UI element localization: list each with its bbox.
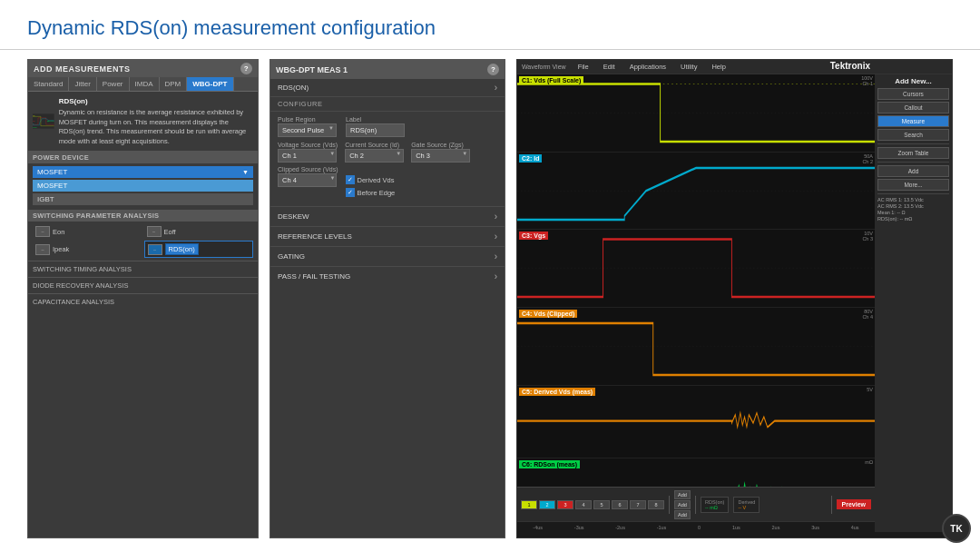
add-btn-3[interactable]: Add	[674, 510, 691, 519]
ch6-btn[interactable]: 6	[612, 500, 628, 509]
meas-header: WBG-DPT MEAS 1 ?	[270, 60, 505, 79]
power-device-label: POWER DEVICE	[28, 152, 258, 163]
tab-wbg-dpt[interactable]: WBG-DPT	[187, 77, 233, 91]
time-mark-3: -2us	[615, 525, 625, 530]
eon-icon: ~	[35, 226, 50, 237]
switching-timing-item[interactable]: SWITCHING TIMING ANALYSIS	[28, 261, 258, 277]
more-btn[interactable]: More...	[877, 179, 949, 191]
eoff-icon: ~	[147, 226, 162, 237]
ch2-label: C2: Id	[519, 154, 542, 163]
info-title: RDS(on)	[59, 96, 253, 106]
middle-panel: WBG-DPT MEAS 1 ? RDS(ON) › CONFIGURE Pul…	[270, 59, 505, 538]
run-stop-btn[interactable]: Preview	[837, 499, 871, 509]
label-field-label: Label	[346, 116, 405, 123]
rdson-chevron: ›	[495, 83, 497, 93]
capacitance-item[interactable]: CAPACITANCE ANALYSIS	[28, 293, 258, 310]
pass-fail-chevron: ›	[495, 271, 497, 281]
tab-imda[interactable]: IMDA	[130, 77, 160, 91]
time-mark-9: 4us	[851, 525, 859, 530]
channel-buttons: 1 2 3 4 5 6 7 8	[521, 500, 664, 509]
add-buttons: Add Add Add	[674, 490, 691, 519]
ch2-scale: 50ACh 2	[862, 153, 873, 164]
voltage-source-group: Voltage Source (Vds) Ch 1Ch 2Ch 3	[278, 142, 338, 163]
tab-standard[interactable]: Standard	[28, 77, 69, 91]
time-mark-7: 2us	[772, 525, 780, 530]
device-mosfet-2[interactable]: MOSFET	[33, 180, 253, 192]
rdson-label: RDS(on)	[165, 243, 199, 255]
before-edge-checkbox[interactable]: ✓	[346, 188, 355, 197]
svg-text:RDS(on): RDS(on)	[33, 127, 37, 128]
osc-menubar: Waveform View File Edit Applications Uti…	[517, 60, 952, 74]
sep-2	[695, 496, 696, 514]
meas-val-4: RDS(on): -- mΩ	[877, 216, 949, 222]
ch4-btn[interactable]: 4	[575, 500, 592, 509]
device-igbt[interactable]: IGBT	[33, 193, 253, 205]
ch5-btn[interactable]: 5	[593, 500, 610, 509]
ch4-scale: 80VCh 4	[862, 309, 873, 320]
gating-section[interactable]: GATING ›	[270, 246, 505, 266]
pulse-region-label: Pulse Region	[278, 116, 337, 123]
osc-menu-help[interactable]: Help	[709, 62, 728, 72]
diode-recovery-item[interactable]: DIODE RECOVERY ANALYSIS	[28, 277, 258, 293]
osc-menu-edit[interactable]: Edit	[601, 62, 618, 72]
osc-menu-file[interactable]: File	[575, 62, 592, 72]
rdson-row[interactable]: RDS(ON) ›	[270, 79, 505, 97]
tab-power[interactable]: Power	[97, 77, 130, 91]
page-title: Dynamic RDS(on) measurement configuratio…	[27, 16, 953, 40]
pass-fail-section[interactable]: PASS / FAIL TESTING ›	[270, 266, 505, 286]
param-rdson[interactable]: ~ RDS(on)	[144, 241, 254, 258]
ch3-btn[interactable]: 3	[557, 500, 573, 509]
search-btn[interactable]: Search	[877, 129, 949, 141]
tab-jitter[interactable]: Jitter	[69, 77, 96, 91]
ch7-btn[interactable]: 7	[630, 500, 646, 509]
osc-bottom-bar: 1 2 3 4 5 6 7 8 Add Add Add	[517, 487, 875, 521]
meas-val-1: AC RMS 1: 13.5 Vdc	[877, 197, 949, 202]
tab-dpm[interactable]: DPM	[160, 77, 188, 91]
add-new-label: Add New...	[877, 77, 949, 85]
switching-param-label: SWITCHING PARAMETER ANALYSIS	[28, 210, 258, 222]
device-list: MOSFET ▼ MOSFET IGBT	[28, 163, 258, 210]
measure-btn[interactable]: Measure	[877, 115, 949, 127]
time-mark-5: 0	[698, 525, 701, 530]
ipeak-label: Ipeak	[53, 245, 69, 253]
ch8-btn[interactable]: 8	[648, 500, 664, 509]
osc-menu-applications[interactable]: Applications	[627, 62, 669, 72]
meas-help-icon[interactable]: ?	[487, 64, 499, 75]
current-source-select[interactable]: Ch 2Ch 1Ch 3	[345, 149, 404, 163]
ch5-scale: 5V	[867, 387, 873, 392]
oscilloscope-panel: Waveform View File Edit Applications Uti…	[516, 59, 953, 538]
gate-source-select[interactable]: Ch 3Ch 1Ch 2	[411, 149, 470, 163]
voltage-source-select[interactable]: Ch 1Ch 2Ch 3	[278, 149, 337, 163]
pulse-region-group: Pulse Region Second Pulse First Pulse	[278, 116, 337, 137]
callout-btn[interactable]: Callout	[877, 102, 949, 113]
derived-vds-checkbox-row: ✓ Derived Vds	[346, 175, 396, 184]
add-aux-btn[interactable]: Add	[877, 165, 949, 177]
pulse-region-select-wrapper: Second Pulse First Pulse	[278, 123, 337, 137]
clipped-source-select[interactable]: Ch 4Ch 1Ch 2	[278, 173, 337, 187]
ch5-waveform	[517, 386, 875, 458]
source-row-2: Clipped Source (Vds) Ch 4Ch 1Ch 2 ✓ Deri…	[278, 166, 497, 197]
label-input[interactable]	[346, 123, 405, 137]
add-btn-1[interactable]: Add	[674, 490, 691, 499]
channel-1-row: C1: Vds (Full Scale) 100VCh 1	[517, 74, 875, 153]
param-eon[interactable]: ~ Eon	[33, 224, 142, 239]
time-mark-6: 1us	[732, 525, 740, 530]
add-btn-2[interactable]: Add	[674, 500, 691, 509]
ch2-btn[interactable]: 2	[539, 500, 555, 509]
ch1-btn[interactable]: 1	[521, 500, 537, 509]
help-icon[interactable]: ?	[240, 63, 252, 74]
cursors-btn[interactable]: Cursors	[877, 88, 949, 100]
deskew-section[interactable]: DESKEW ›	[270, 206, 505, 226]
pulse-region-select[interactable]: Second Pulse First Pulse	[278, 123, 337, 137]
osc-menu-utility[interactable]: Utility	[678, 62, 700, 72]
reference-levels-section[interactable]: REFERENCE LEVELS ›	[270, 226, 505, 246]
ch1-label: C1: Vds (Full Scale)	[519, 76, 583, 84]
derived-vds-label: Derived Vds	[358, 176, 395, 184]
ch6-label: C6: RDSon (meas)	[519, 460, 580, 468]
device-mosfet-1[interactable]: MOSFET ▼	[33, 166, 253, 178]
zoom-table-btn[interactable]: Zoom Table	[877, 147, 949, 159]
current-source-group: Current Source (Id) Ch 2Ch 1Ch 3	[345, 142, 404, 163]
param-ipeak[interactable]: ~ Ipeak	[33, 241, 142, 258]
param-eoff[interactable]: ~ Eoff	[144, 224, 254, 239]
derived-vds-checkbox[interactable]: ✓	[346, 175, 355, 184]
